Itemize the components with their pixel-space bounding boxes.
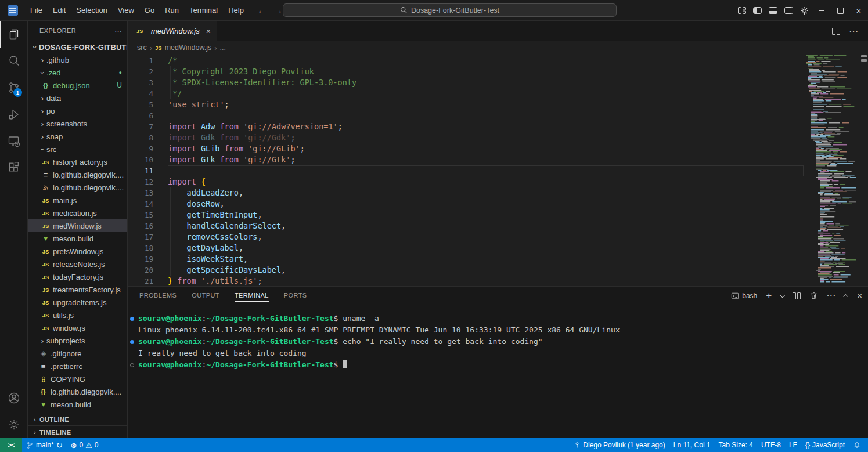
menu-run[interactable]: Run bbox=[160, 0, 184, 21]
activity-explorer[interactable] bbox=[0, 21, 27, 48]
tree-item-screenshots[interactable]: ›screenshots bbox=[28, 117, 127, 130]
tree-item-upgradeitems-js[interactable]: JSupgradeItems.js bbox=[28, 296, 127, 309]
tree-item-subprojects[interactable]: ›subprojects bbox=[28, 334, 127, 347]
accounts-button[interactable] bbox=[0, 385, 27, 411]
code-line-17[interactable]: 17 removeCssColors, bbox=[128, 232, 805, 243]
editor-more-actions-icon[interactable]: ··· bbox=[849, 27, 859, 35]
code-line-15[interactable]: 15 getTimeBtnInput, bbox=[128, 209, 805, 220]
branch-item[interactable]: main* ↻ bbox=[22, 438, 67, 452]
menu-edit[interactable]: Edit bbox=[48, 0, 71, 21]
code-line-11[interactable]: 11 bbox=[128, 165, 805, 176]
toggle-panel-icon[interactable] bbox=[765, 0, 781, 21]
tree-item-treatmentsfactory-js[interactable]: JStreatmentsFactory.js bbox=[28, 283, 127, 296]
panel-tab-terminal[interactable]: TERMINAL bbox=[235, 287, 269, 305]
kill-terminal-trash-icon[interactable] bbox=[809, 291, 818, 300]
remote-indicator[interactable]: >< bbox=[0, 438, 22, 452]
panel-tab-output[interactable]: OUTPUT bbox=[192, 287, 219, 305]
code-line-1[interactable]: 1/* bbox=[128, 55, 805, 66]
terminal-output[interactable]: sourav@phoenix:~/Dosage-Fork-GitButler-T… bbox=[128, 305, 868, 438]
window-close-button[interactable]: × bbox=[849, 0, 868, 21]
outline-section[interactable]: › OUTLINE bbox=[28, 413, 127, 425]
tree-item-dosage-fork-gitbutle-[interactable]: ›DOSAGE-FORK-GITBUTLE... bbox=[28, 41, 127, 53]
tree-item--github[interactable]: ›.github bbox=[28, 53, 127, 66]
encoding-item[interactable]: UTF-8 bbox=[757, 438, 785, 452]
code-line-3[interactable]: 3 * SPDX-License-Identifier: GPL-3.0-onl… bbox=[128, 77, 805, 88]
cursor-position-item[interactable]: Ln 11, Col 1 bbox=[669, 438, 715, 452]
tree-item-meson-build[interactable]: ♥meson.build bbox=[28, 232, 127, 245]
command-decoration-icon[interactable] bbox=[130, 340, 134, 344]
activity-run-debug[interactable] bbox=[0, 101, 27, 128]
tree-item-utils-js[interactable]: JSutils.js bbox=[28, 309, 127, 321]
terminal-dropdown-chevron-icon[interactable] bbox=[780, 293, 785, 298]
tree-item-todayfactory-js[interactable]: JStodayFactory.js bbox=[28, 270, 127, 283]
code-line-6[interactable]: 6 bbox=[128, 110, 805, 121]
tree-item-window-js[interactable]: JSwindow.js bbox=[28, 321, 127, 334]
breadcrumb-file[interactable]: medWindow.js bbox=[165, 44, 212, 52]
nav-forward-icon[interactable]: → bbox=[274, 5, 283, 15]
titlebar-settings-gear-icon[interactable] bbox=[797, 0, 812, 21]
activity-extensions[interactable] bbox=[0, 154, 27, 181]
code-line-13[interactable]: 13 addLeadZero, bbox=[128, 187, 805, 198]
window-maximize-button[interactable] bbox=[831, 0, 849, 21]
code-line-9[interactable]: 9import GLib from 'gi://GLib'; bbox=[128, 143, 805, 154]
code-line-16[interactable]: 16 handleCalendarSelect, bbox=[128, 220, 805, 232]
tree-item-prefswindow-js[interactable]: JSprefsWindow.js bbox=[28, 245, 127, 258]
new-terminal-icon[interactable]: + bbox=[766, 290, 772, 302]
notifications-item[interactable] bbox=[849, 438, 868, 452]
tree-item-snap[interactable]: ›snap bbox=[28, 130, 127, 143]
activity-search[interactable] bbox=[0, 48, 27, 74]
code-lines[interactable]: 1/*2 * Copyright 2023 Diego Povliuk3 * S… bbox=[128, 54, 805, 286]
panel-more-actions-icon[interactable]: ··· bbox=[827, 291, 836, 300]
code-line-2[interactable]: 2 * Copyright 2023 Diego Povliuk bbox=[128, 66, 805, 77]
menu-help[interactable]: Help bbox=[223, 0, 249, 21]
code-line-7[interactable]: 7import Adw from 'gi://Adw?version=1'; bbox=[128, 121, 805, 132]
eol-item[interactable]: LF bbox=[785, 438, 801, 452]
tree-item-releasenotes-js[interactable]: JSreleaseNotes.js bbox=[28, 258, 127, 270]
breadcrumb-src[interactable]: src bbox=[137, 44, 147, 52]
tab-close-icon[interactable]: × bbox=[206, 27, 211, 36]
split-terminal-icon[interactable] bbox=[793, 292, 801, 299]
code-line-10[interactable]: 10import Gtk from 'gi://Gtk'; bbox=[128, 154, 805, 165]
toggle-secondary-sidebar-icon[interactable] bbox=[781, 0, 797, 21]
menu-selection[interactable]: Selection bbox=[71, 0, 112, 21]
code-line-19[interactable]: 19 isoWeekStart, bbox=[128, 254, 805, 265]
maximize-panel-chevron-icon[interactable] bbox=[844, 294, 848, 299]
tree-item-po[interactable]: ›po bbox=[28, 104, 127, 117]
timeline-section[interactable]: › TIMELINE bbox=[28, 425, 127, 438]
menu-file[interactable]: File bbox=[25, 0, 48, 21]
nav-back-icon[interactable]: ← bbox=[257, 5, 266, 15]
command-center-search[interactable]: Dosage-Fork-GitButler-Test bbox=[283, 3, 617, 17]
split-editor-icon[interactable] bbox=[832, 28, 840, 35]
panel-tab-problems[interactable]: PROBLEMS bbox=[139, 287, 177, 305]
tab-size-item[interactable]: Tab Size: 4 bbox=[715, 438, 757, 452]
code-line-21[interactable]: 21} from './utils.js'; bbox=[128, 276, 805, 287]
menu-view[interactable]: View bbox=[113, 0, 139, 21]
manage-gear-button[interactable] bbox=[0, 411, 27, 438]
code-editor[interactable]: 1/*2 * Copyright 2023 Diego Povliuk3 * S… bbox=[128, 54, 868, 286]
code-line-5[interactable]: 5'use strict'; bbox=[128, 99, 805, 110]
tree-item-medication-js[interactable]: JSmedication.js bbox=[28, 207, 127, 219]
tree-item-io-github-diegopvlk-[interactable]: ≡io.github.diegopvlk.... bbox=[28, 168, 127, 181]
menu-terminal[interactable]: Terminal bbox=[184, 0, 223, 21]
tab-medwindow[interactable]: JS medWindow.js × bbox=[128, 21, 217, 41]
minimap[interactable] bbox=[805, 54, 868, 286]
tree-item-data[interactable]: ›data bbox=[28, 92, 127, 104]
code-line-4[interactable]: 4 */ bbox=[128, 88, 805, 99]
tree-item-io-github-diegopvlk-[interactable]: io.github.diegopvlk.... bbox=[28, 181, 127, 194]
explorer-actions-icon[interactable]: ⋯ bbox=[114, 27, 123, 35]
tree-item-main-js[interactable]: JSmain.js bbox=[28, 194, 127, 207]
tree-item-copying[interactable]: COPYING bbox=[28, 373, 127, 385]
toggle-sidebar-icon[interactable] bbox=[750, 0, 765, 21]
activity-remote-explorer[interactable] bbox=[0, 128, 27, 154]
command-decoration-icon[interactable] bbox=[130, 317, 134, 321]
tree-item--gitignore[interactable]: ◈.gitignore bbox=[28, 347, 127, 360]
menu-go[interactable]: Go bbox=[139, 0, 160, 21]
code-line-14[interactable]: 14 doseRow, bbox=[128, 198, 805, 209]
git-blame-item[interactable]: Diego Povliuk (1 year ago) bbox=[570, 438, 669, 452]
customize-layout-icon[interactable] bbox=[734, 0, 750, 21]
tree-item-medwindow-js[interactable]: JSmedWindow.js bbox=[28, 219, 127, 232]
language-item[interactable]: {} JavaScript bbox=[801, 438, 849, 452]
command-decoration-icon[interactable] bbox=[130, 363, 134, 367]
activity-source-control[interactable]: 1 bbox=[0, 74, 27, 101]
editor-scrollbar[interactable] bbox=[860, 54, 868, 286]
